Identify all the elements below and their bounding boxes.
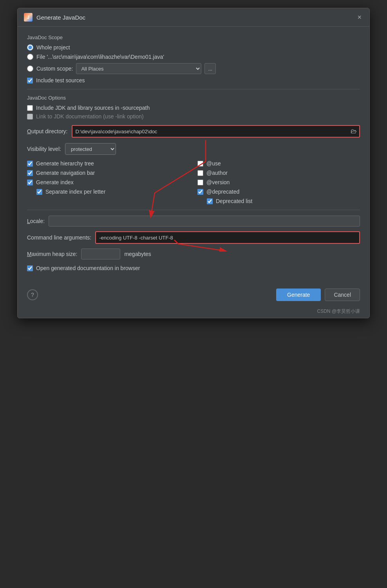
deprecated-label: @deprecated: [206, 189, 239, 195]
scope-whole-project[interactable]: Whole project: [27, 44, 360, 51]
include-jdk-checkbox-item[interactable]: Include JDK and library sources in -sour…: [27, 105, 360, 111]
scope-whole-project-label: Whole project: [36, 44, 70, 51]
output-dir-input[interactable]: [72, 125, 360, 138]
separate-index-label: Separate index per letter: [45, 189, 105, 195]
scope-whole-project-radio[interactable]: [27, 44, 33, 51]
scope-radio-group: Whole project File '...\src\main\java\co…: [27, 44, 360, 74]
generate-index[interactable]: Generate index: [27, 179, 190, 185]
generate-navigation-bar[interactable]: Generate navigation bar: [27, 170, 190, 176]
generate-index-label: Generate index: [36, 179, 74, 185]
deprecated-checkbox-item[interactable]: @deprecated: [197, 189, 360, 195]
scope-custom-label: Custom scope:: [36, 65, 73, 72]
scope-file[interactable]: File '...\src\main\java\com\lihaozhe\var…: [27, 54, 360, 60]
locale-row: Locale:: [27, 216, 360, 227]
checkboxes-two-col: Generate hierarchy tree Generate navigat…: [27, 160, 360, 204]
deprecated-checkbox[interactable]: [197, 189, 203, 195]
include-jdk-label: Include JDK and library sources in -sour…: [36, 105, 150, 111]
cmdline-row: Command line arguments:: [27, 231, 360, 244]
use-checkbox-item[interactable]: @use: [197, 160, 360, 167]
generate-hierarchy-tree-label: Generate hierarchy tree: [36, 160, 94, 167]
scope-file-label: File '...\src\main\java\com\lihaozhe\var…: [36, 54, 164, 60]
generate-navigation-bar-checkbox[interactable]: [27, 170, 33, 176]
footer: ? Generate Cancel: [18, 285, 369, 307]
version-checkbox-item[interactable]: @version: [197, 179, 360, 185]
dialog-title: Generate JavaDoc: [36, 14, 85, 21]
scope-custom-select[interactable]: All Places: [76, 63, 201, 74]
author-label: @author: [206, 170, 228, 176]
deprecated-list-checkbox[interactable]: [207, 198, 213, 204]
generate-hierarchy-tree[interactable]: Generate hierarchy tree: [27, 160, 190, 167]
scope-file-radio[interactable]: [27, 54, 33, 60]
link-jdk-label: Link to JDK documentation (use -link opt…: [36, 113, 144, 120]
include-jdk-checkbox[interactable]: [27, 105, 33, 111]
heap-input[interactable]: [81, 249, 120, 260]
locale-input[interactable]: [49, 216, 360, 227]
cmdline-label: Command line arguments:: [27, 234, 91, 241]
version-checkbox[interactable]: [197, 180, 203, 185]
app-icon: J: [24, 13, 33, 22]
scope-dots-button[interactable]: ...: [204, 63, 216, 74]
watermark: CSDN @李昊哲小课: [18, 307, 369, 318]
checkboxes-right-col: @use @author @version @deprecated Deprec…: [197, 160, 360, 204]
use-checkbox[interactable]: [197, 161, 203, 167]
divider-2: [27, 210, 360, 210]
output-dir-row: Output directory: 🗁: [27, 125, 360, 138]
visibility-row: Visibility level: protected public packa…: [27, 143, 360, 155]
version-label: @version: [206, 179, 230, 185]
cancel-button[interactable]: Cancel: [325, 289, 360, 301]
generate-navigation-bar-label: Generate navigation bar: [36, 170, 95, 176]
cmdline-input[interactable]: [95, 231, 360, 244]
open-in-browser-item[interactable]: Open generated documentation in browser: [27, 265, 360, 271]
scope-section-label: JavaDoc Scope: [27, 34, 360, 40]
open-in-browser-checkbox[interactable]: [27, 265, 33, 271]
title-bar-left: J Generate JavaDoc: [24, 13, 85, 22]
include-test-sources-checkbox[interactable]: [27, 78, 33, 83]
heap-unit: megabytes: [124, 251, 151, 257]
title-bar: J Generate JavaDoc ×: [18, 8, 369, 27]
locale-label: Locale:: [27, 218, 45, 224]
deprecated-list-label: Deprecated list: [216, 198, 252, 204]
separate-index-checkbox[interactable]: [36, 189, 42, 195]
output-dir-label: Output directory:: [27, 128, 68, 134]
use-label: @use: [206, 160, 221, 167]
include-test-sources[interactable]: Include test sources: [27, 77, 360, 83]
generate-javadoc-dialog: J Generate JavaDoc × JavaDoc Scope Whole…: [17, 8, 370, 318]
close-button[interactable]: ×: [356, 13, 363, 22]
author-checkbox[interactable]: [197, 170, 203, 176]
help-button[interactable]: ?: [27, 289, 38, 300]
deprecated-list-checkbox-item[interactable]: Deprecated list: [207, 198, 360, 204]
folder-browse-button[interactable]: 🗁: [351, 128, 357, 135]
heap-label: Maximum heap size:: [27, 251, 77, 257]
divider-1: [27, 89, 360, 89]
separate-index-per-letter[interactable]: Separate index per letter: [36, 189, 190, 195]
visibility-select[interactable]: protected public package private: [65, 143, 116, 155]
author-checkbox-item[interactable]: @author: [197, 170, 360, 176]
dialog-content: JavaDoc Scope Whole project File '...\sr…: [18, 27, 369, 281]
link-jdk-checkbox[interactable]: [27, 114, 33, 120]
options-section-label: JavaDoc Options: [27, 95, 360, 101]
heap-row: Maximum heap size: megabytes: [27, 249, 360, 260]
generate-hierarchy-tree-checkbox[interactable]: [27, 161, 33, 167]
visibility-label: Visibility level:: [27, 146, 61, 152]
generate-index-checkbox[interactable]: [27, 180, 33, 185]
include-test-sources-label: Include test sources: [36, 77, 85, 83]
open-in-browser-label: Open generated documentation in browser: [36, 265, 140, 271]
scope-custom-row: Custom scope: All Places ...: [27, 63, 360, 74]
link-jdk-checkbox-item[interactable]: Link to JDK documentation (use -link opt…: [27, 113, 360, 120]
checkboxes-left-col: Generate hierarchy tree Generate navigat…: [27, 160, 190, 204]
generate-button[interactable]: Generate: [276, 289, 321, 301]
footer-buttons: Generate Cancel: [276, 289, 360, 301]
scope-custom-radio[interactable]: [27, 65, 33, 72]
